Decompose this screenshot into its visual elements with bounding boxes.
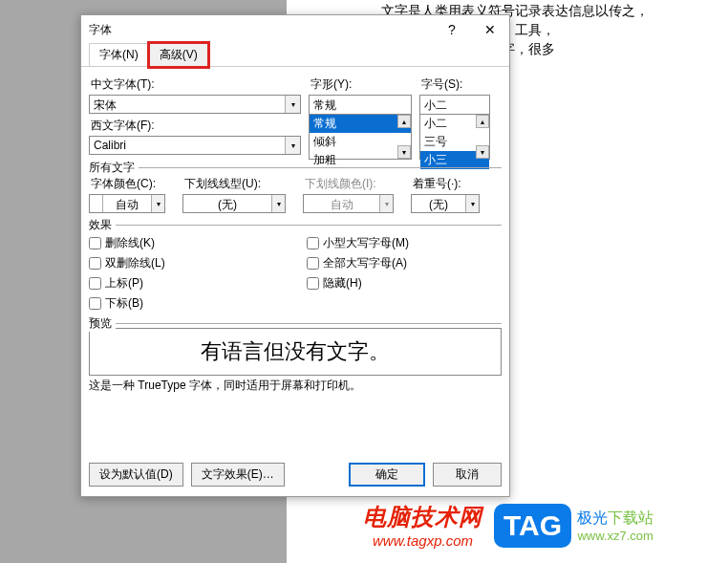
group-label: 预览 — [89, 315, 116, 332]
chk-label: 隐藏(H) — [323, 275, 362, 292]
label-underline-style: 下划线线型(U): — [182, 176, 286, 192]
chevron-down-icon[interactable]: ▾ — [151, 195, 164, 212]
font-size-input[interactable]: 小二 — [419, 95, 490, 114]
ok-button[interactable]: 确定 — [349, 463, 425, 487]
group-label: 所有文字 — [89, 160, 139, 176]
label-chinese-font: 中文字体(T): — [89, 76, 301, 93]
western-font-combo[interactable]: Calibri ▾ — [89, 136, 301, 155]
western-font-value: Calibri — [90, 137, 285, 154]
label-font-size: 字号(S): — [419, 76, 490, 93]
tag-badge: TAG — [494, 504, 571, 548]
list-item[interactable]: 倾斜 — [310, 133, 411, 151]
set-default-button[interactable]: 设为默认值(D) — [89, 463, 183, 487]
watermark-url: www.tagxp.com — [363, 532, 482, 549]
checkbox-subscript[interactable]: 下标(B) — [89, 295, 299, 312]
scroll-up-icon[interactable]: ▴ — [397, 115, 411, 128]
text-effects-button[interactable]: 文字效果(E)… — [191, 463, 285, 487]
chk-label: 小型大写字母(M) — [323, 235, 409, 251]
label-font-style: 字形(Y): — [309, 76, 412, 93]
checkbox-double-strike[interactable]: 双删除线(L) — [89, 255, 299, 271]
tab-advanced[interactable]: 高级(V) — [149, 43, 208, 67]
preview-text: 有语言但没有文字。 — [201, 337, 390, 366]
checkbox-all-caps[interactable]: 全部大写字母(A) — [307, 255, 409, 271]
emphasis-value: (无) — [412, 195, 465, 212]
label-emphasis: 着重号(·): — [411, 176, 480, 192]
dialog-button-row: 设为默认值(D) 文字效果(E)… 确定 取消 — [89, 463, 502, 487]
chk-label: 双删除线(L) — [105, 255, 165, 271]
checkbox-superscript[interactable]: 上标(P) — [89, 275, 299, 292]
chevron-down-icon[interactable]: ▾ — [285, 96, 300, 113]
close-button[interactable]: ✕ — [471, 15, 509, 44]
underline-color-value: 自动 — [304, 195, 379, 212]
font-style-input[interactable]: 常规 — [309, 95, 412, 114]
group-preview: 预览 — [89, 323, 502, 324]
help-button[interactable]: ? — [433, 15, 471, 44]
chevron-down-icon[interactable]: ▾ — [285, 137, 300, 154]
list-item[interactable]: 常规 — [310, 115, 411, 133]
group-effects: 效果 — [89, 225, 502, 226]
page-watermark: 电脑技术网 www.tagxp.com TAG 极光下载站 www.xz7.co… — [363, 502, 653, 549]
font-color-combo[interactable]: 自动 ▾ — [89, 194, 165, 213]
watermark-left: 电脑技术网 www.tagxp.com — [363, 502, 482, 549]
checkbox-hidden[interactable]: 隐藏(H) — [307, 275, 409, 292]
scroll-up-icon[interactable]: ▴ — [476, 115, 489, 128]
titlebar[interactable]: 字体 ? ✕ — [81, 15, 509, 44]
chevron-down-icon: ▾ — [379, 195, 393, 212]
font-size-value: 小二 — [420, 96, 489, 114]
tab-bar: 字体(N) 高级(V) — [81, 44, 509, 67]
font-style-value: 常规 — [310, 96, 411, 114]
underline-style-combo[interactable]: (无) ▾ — [182, 194, 286, 213]
dialog-title: 字体 — [89, 22, 433, 38]
label-font-color: 字体颜色(C): — [89, 176, 165, 192]
chinese-font-combo[interactable]: 宋体 ▾ — [89, 95, 301, 114]
emphasis-combo[interactable]: (无) ▾ — [411, 194, 480, 213]
checkbox-small-caps[interactable]: 小型大写字母(M) — [307, 235, 409, 251]
chk-label: 上标(P) — [105, 275, 143, 292]
checkbox-strikethrough[interactable]: 删除线(K) — [89, 235, 299, 251]
dialog-body: 中文字体(T): 宋体 ▾ 西文字体(F): Calibri ▾ 字形(Y): … — [81, 67, 509, 394]
preview-box: 有语言但没有文字。 — [89, 328, 502, 376]
label-underline-color: 下划线颜色(I): — [303, 176, 394, 192]
group-all-text: 所有文字 — [89, 167, 502, 168]
preview-note: 这是一种 TrueType 字体，同时适用于屏幕和打印机。 — [89, 378, 502, 394]
watermark-right-url: www.xz7.com — [577, 529, 653, 543]
tab-font[interactable]: 字体(N) — [89, 43, 149, 67]
watermark-right: TAG 极光下载站 www.xz7.com — [494, 504, 653, 548]
font-color-value: 自动 — [103, 195, 151, 212]
scroll-down-icon[interactable]: ▾ — [397, 145, 411, 159]
chevron-down-icon[interactable]: ▾ — [465, 195, 479, 212]
chk-label: 全部大写字母(A) — [323, 255, 407, 271]
chk-label: 下标(B) — [105, 295, 143, 312]
font-style-list[interactable]: 常规 倾斜 加粗 ▴ ▾ — [309, 114, 412, 160]
group-label: 效果 — [89, 217, 116, 233]
cancel-button[interactable]: 取消 — [433, 463, 502, 487]
watermark-title: 电脑技术网 — [363, 502, 482, 532]
label-western-font: 西文字体(F): — [89, 118, 301, 134]
font-dialog: 字体 ? ✕ 字体(N) 高级(V) 中文字体(T): 宋体 ▾ 西文字体(F)… — [80, 14, 510, 497]
chk-label: 删除线(K) — [105, 235, 155, 251]
scroll-down-icon[interactable]: ▾ — [476, 145, 489, 159]
watermark-right-title: 极光下载站 — [577, 509, 653, 529]
chevron-down-icon[interactable]: ▾ — [271, 195, 285, 212]
underline-style-value: (无) — [183, 195, 271, 212]
underline-color-combo: 自动 ▾ — [303, 194, 394, 213]
font-size-list[interactable]: 小二 三号 小三 ▴ ▾ — [419, 114, 490, 160]
chinese-font-value: 宋体 — [90, 96, 285, 113]
watermark-right-text: 极光下载站 www.xz7.com — [577, 509, 653, 543]
